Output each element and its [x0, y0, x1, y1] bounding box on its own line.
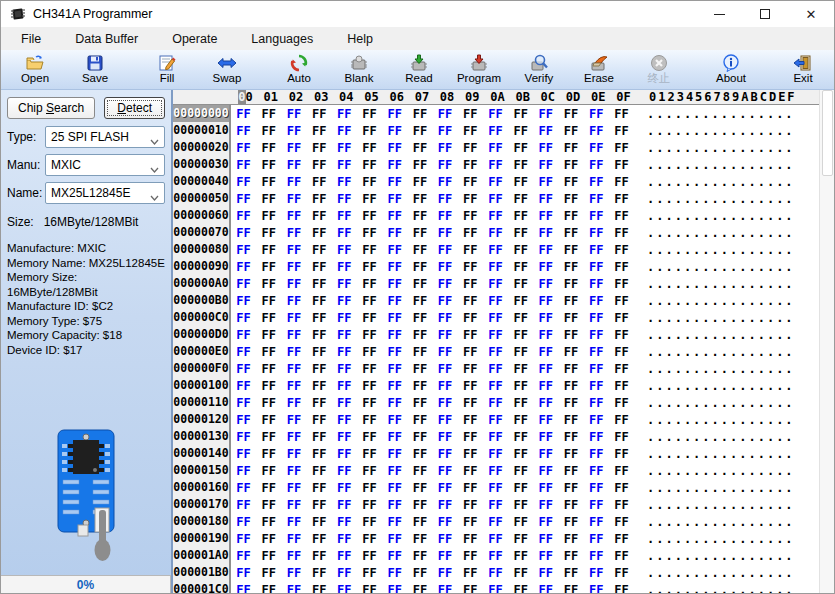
- hex-byte-cell[interactable]: FF: [231, 396, 256, 410]
- hex-byte-cell[interactable]: FF: [231, 311, 256, 325]
- hex-byte-cell[interactable]: FF: [609, 243, 634, 257]
- hex-byte-cell[interactable]: FF: [508, 379, 533, 393]
- hex-byte-cell[interactable]: FF: [483, 362, 508, 376]
- hex-byte-cell[interactable]: FF: [609, 362, 634, 376]
- hex-byte-cell[interactable]: FF: [231, 566, 256, 580]
- hex-byte-cell[interactable]: FF: [508, 209, 533, 223]
- hex-byte-cell[interactable]: FF: [483, 294, 508, 308]
- hex-byte-cell[interactable]: FF: [407, 464, 432, 478]
- hex-byte-cell[interactable]: FF: [357, 124, 382, 138]
- hex-byte-cell[interactable]: FF: [458, 396, 483, 410]
- hex-byte-cell[interactable]: FF: [533, 124, 558, 138]
- hex-byte-cell[interactable]: FF: [332, 260, 357, 274]
- hex-ascii-cell[interactable]: ................: [647, 362, 795, 376]
- toolbar-button-exit-door[interactable]: Exit: [773, 51, 833, 89]
- hex-byte-cell[interactable]: FF: [357, 566, 382, 580]
- hex-byte-cell[interactable]: FF: [609, 328, 634, 342]
- hex-byte-cell[interactable]: FF: [407, 277, 432, 291]
- hex-byte-cell[interactable]: FF: [433, 515, 458, 529]
- hex-byte-cell[interactable]: FF: [407, 583, 432, 594]
- hex-byte-cell[interactable]: FF: [584, 260, 609, 274]
- hex-byte-cell[interactable]: FF: [407, 498, 432, 512]
- hex-byte-cell[interactable]: FF: [609, 447, 634, 461]
- hex-byte-cell[interactable]: FF: [231, 226, 256, 240]
- hex-byte-cell[interactable]: FF: [256, 311, 281, 325]
- hex-byte-cell[interactable]: FF: [458, 124, 483, 138]
- hex-byte-cell[interactable]: FF: [533, 532, 558, 546]
- hex-byte-cell[interactable]: FF: [433, 226, 458, 240]
- hex-byte-cell[interactable]: FF: [231, 277, 256, 291]
- hex-byte-cell[interactable]: FF: [609, 209, 634, 223]
- hex-byte-cell[interactable]: FF: [433, 583, 458, 594]
- hex-byte-cell[interactable]: FF: [533, 107, 558, 121]
- hex-byte-cell[interactable]: FF: [433, 481, 458, 495]
- hex-byte-cell[interactable]: FF: [357, 481, 382, 495]
- hex-byte-cell[interactable]: FF: [307, 158, 332, 172]
- hex-byte-cell[interactable]: FF: [433, 328, 458, 342]
- hex-byte-cell[interactable]: FF: [357, 447, 382, 461]
- hex-byte-cell[interactable]: FF: [407, 549, 432, 563]
- hex-byte-cell[interactable]: FF: [533, 498, 558, 512]
- hex-byte-cell[interactable]: FF: [433, 192, 458, 206]
- hex-byte-cell[interactable]: FF: [508, 583, 533, 594]
- hex-byte-cell[interactable]: FF: [256, 396, 281, 410]
- hex-byte-cell[interactable]: FF: [533, 158, 558, 172]
- hex-byte-cell[interactable]: FF: [382, 107, 407, 121]
- name-select[interactable]: MX25L12845E: [45, 182, 165, 204]
- hex-byte-cell[interactable]: FF: [483, 566, 508, 580]
- hex-byte-cell[interactable]: FF: [609, 192, 634, 206]
- hex-byte-cell[interactable]: FF: [281, 498, 306, 512]
- hex-byte-cell[interactable]: FF: [332, 566, 357, 580]
- hex-byte-cell[interactable]: FF: [407, 311, 432, 325]
- hex-byte-cell[interactable]: FF: [584, 243, 609, 257]
- hex-byte-cell[interactable]: FF: [508, 124, 533, 138]
- hex-byte-cell[interactable]: FF: [458, 583, 483, 594]
- hex-byte-cell[interactable]: FF: [256, 481, 281, 495]
- hex-byte-cell[interactable]: FF: [558, 396, 583, 410]
- hex-byte-cell[interactable]: FF: [483, 481, 508, 495]
- minimize-button[interactable]: [696, 1, 742, 27]
- hex-byte-cell[interactable]: FF: [307, 566, 332, 580]
- hex-byte-cell[interactable]: FF: [281, 345, 306, 359]
- maximize-button[interactable]: [742, 1, 788, 27]
- hex-byte-cell[interactable]: FF: [458, 345, 483, 359]
- hex-byte-cell[interactable]: FF: [407, 379, 432, 393]
- hex-byte-cell[interactable]: FF: [281, 243, 306, 257]
- hex-byte-cell[interactable]: FF: [256, 498, 281, 512]
- hex-byte-cell[interactable]: FF: [407, 141, 432, 155]
- hex-byte-cell[interactable]: FF: [357, 158, 382, 172]
- hex-byte-cell[interactable]: FF: [307, 243, 332, 257]
- hex-byte-cell[interactable]: FF: [584, 447, 609, 461]
- hex-byte-cell[interactable]: FF: [357, 175, 382, 189]
- hex-byte-cell[interactable]: FF: [281, 566, 306, 580]
- hex-byte-cell[interactable]: FF: [357, 260, 382, 274]
- hex-ascii-cell[interactable]: ................: [647, 396, 795, 410]
- hex-byte-cell[interactable]: FF: [231, 481, 256, 495]
- hex-byte-cell[interactable]: FF: [231, 447, 256, 461]
- hex-byte-cell[interactable]: FF: [558, 447, 583, 461]
- hex-byte-cell[interactable]: FF: [558, 107, 583, 121]
- hex-byte-cell[interactable]: FF: [508, 532, 533, 546]
- hex-byte-cell[interactable]: FF: [231, 549, 256, 563]
- hex-byte-cell[interactable]: FF: [256, 226, 281, 240]
- hex-byte-cell[interactable]: FF: [558, 328, 583, 342]
- hex-byte-cell[interactable]: FF: [609, 311, 634, 325]
- hex-byte-cell[interactable]: FF: [357, 311, 382, 325]
- hex-byte-cell[interactable]: FF: [433, 260, 458, 274]
- hex-byte-cell[interactable]: FF: [558, 549, 583, 563]
- menu-help[interactable]: Help: [337, 29, 383, 49]
- hex-byte-cell[interactable]: FF: [558, 379, 583, 393]
- menu-operate[interactable]: Operate: [162, 29, 227, 49]
- hex-byte-cell[interactable]: FF: [609, 413, 634, 427]
- hex-byte-cell[interactable]: FF: [407, 226, 432, 240]
- hex-byte-cell[interactable]: FF: [332, 311, 357, 325]
- hex-byte-cell[interactable]: FF: [407, 158, 432, 172]
- hex-byte-cell[interactable]: FF: [458, 549, 483, 563]
- hex-byte-cell[interactable]: FF: [256, 158, 281, 172]
- hex-byte-cell[interactable]: FF: [458, 311, 483, 325]
- hex-byte-cell[interactable]: FF: [407, 294, 432, 308]
- hex-byte-cell[interactable]: FF: [584, 515, 609, 529]
- hex-byte-cell[interactable]: FF: [382, 566, 407, 580]
- hex-byte-cell[interactable]: FF: [332, 549, 357, 563]
- hex-byte-cell[interactable]: FF: [307, 447, 332, 461]
